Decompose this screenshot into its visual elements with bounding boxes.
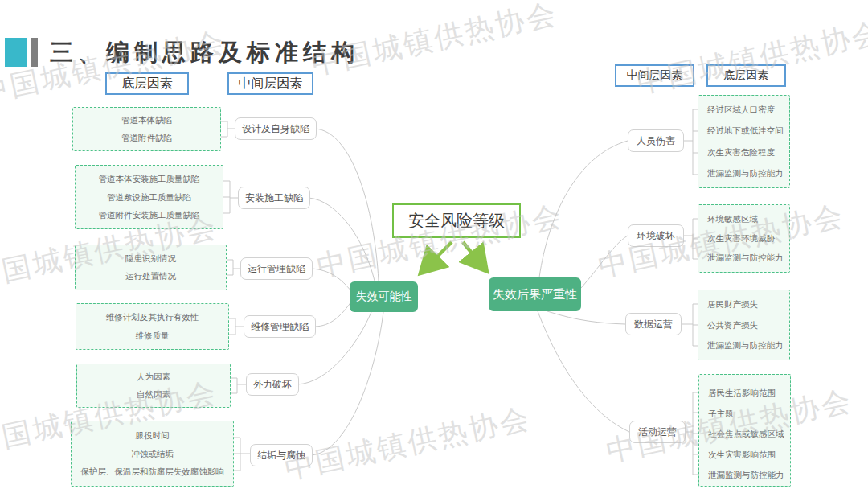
factor-item[interactable]: 管道敷设施工质量缺陷 [76,193,223,202]
node-data-operation[interactable]: 数据运营 [625,313,682,335]
factor-item[interactable]: 管道附件缺陷 [73,134,220,142]
branch-failure-possibility[interactable]: 失效可能性 [350,281,418,312]
node-installation-defect[interactable]: 安装施工缺陷 [238,187,310,209]
factor-item[interactable]: 维修质量 [76,331,228,340]
factor-box-corrosion[interactable]: 服役时间 冲蚀或结垢 保护层、保温层和防腐层失效腐蚀影响 [71,421,234,487]
node-operation-defect[interactable]: 运行管理缺陷 [240,257,313,280]
header-bottom-factors-right: 底层因素 [706,64,786,87]
factor-item[interactable]: 人为因素 [77,372,230,381]
factor-item[interactable]: 经过地下或低洼空间 [698,126,789,135]
factor-box-personnel[interactable]: 经过区域人口密度 经过地下或低洼空间 次生灾害危险程度 泄漏监测与防控能力 [698,95,790,188]
arrow-to-possibility [423,242,452,271]
arrow-to-consequence [463,242,485,269]
factor-item[interactable]: 子主题 [699,409,790,418]
node-environment-damage[interactable]: 环境破坏 [628,224,684,247]
root-node[interactable]: 安全风险等级 [392,203,521,238]
factor-item[interactable]: 次生灾害危险程度 [698,148,789,157]
node-scaling-corrosion[interactable]: 结垢与腐蚀 [250,444,313,466]
node-external-damage[interactable]: 外力破坏 [246,373,299,396]
factor-item[interactable]: 次生灾害环境威胁 [698,234,789,243]
factor-box-environment[interactable]: 环境敏感区域 次生灾害环境威胁 泄漏监测与防控能力 [698,204,790,273]
factor-item[interactable]: 次生灾害影响范围 [699,450,790,459]
factor-item[interactable]: 居民生活影响范围 [699,388,790,397]
factor-box-installation[interactable]: 管道本体安装施工质量缺陷 管道敷设施工质量缺陷 管道附件安装施工质量缺陷 [75,165,223,229]
factor-item[interactable]: 泄漏监测与防控能力 [699,471,790,479]
factor-item[interactable]: 经过区域人口密度 [698,105,789,114]
factor-item[interactable]: 泄漏监测与防控能力 [698,169,789,178]
header-bottom-factors-left: 底层因素 [105,72,189,95]
page-title: 三、编制思路及标准结构 [50,37,359,69]
factor-item[interactable]: 维修计划及其执行有效性 [76,313,228,322]
factor-item[interactable]: 管道本体缺陷 [73,116,220,125]
factor-item[interactable]: 保护层、保温层和防腐层失效腐蚀影响 [72,467,233,476]
factor-item[interactable]: 环境敏感区域 [698,215,789,224]
factor-box-activity[interactable]: 居民生活影响范围 子主题 社会焦点或敏感区域 次生灾害影响范围 泄漏监测与防控能… [698,374,791,487]
factor-item[interactable]: 管道附件安装施工质量缺陷 [76,211,223,220]
factor-item[interactable]: 社会焦点或敏感区域 [699,429,790,438]
header-middle-factors-right: 中间层因素 [615,64,694,87]
factor-box-external-force[interactable]: 人为因素 自然因素 [76,364,231,408]
factor-box-operation[interactable]: 隐患识别情况 运行处置情况 [75,244,227,290]
factor-item[interactable]: 冲蚀或结垢 [72,450,233,458]
header-middle-factors-left: 中间层因素 [227,72,313,95]
factor-box-maintenance[interactable]: 维修计划及其执行有效性 维修质量 [76,303,229,350]
node-personnel-injury[interactable]: 人员伤害 [628,129,684,152]
factor-item[interactable]: 隐患识别情况 [76,254,226,263]
node-activity-operation[interactable]: 活动运营 [629,421,686,443]
factor-item[interactable]: 公共资产损失 [698,321,789,330]
factor-box-design[interactable]: 管道本体缺陷 管道附件缺陷 [72,107,221,151]
factor-item[interactable]: 居民财产损失 [698,300,789,309]
factor-item[interactable]: 管道本体安装施工质量缺陷 [76,175,223,183]
branch-failure-consequence[interactable]: 失效后果严重性 [489,277,581,311]
factor-item[interactable]: 自然因素 [77,390,230,399]
factor-item[interactable]: 运行处置情况 [76,272,226,281]
factor-item[interactable]: 泄漏监测与防控能力 [698,341,789,350]
factor-item[interactable]: 泄漏监测与防控能力 [698,253,789,262]
factor-box-economy[interactable]: 居民财产损失 公共资产损失 泄漏监测与防控能力 [698,290,790,360]
slide: 三、编制思路及标准结构 底层因素 中间层因素 中间层因素 底层因素 管道本体缺陷… [0,0,868,489]
node-design-defect[interactable]: 设计及自身缺陷 [235,117,317,140]
factor-item[interactable]: 服役时间 [72,431,233,440]
node-maintenance-defect[interactable]: 维修管理缺陷 [244,315,316,338]
